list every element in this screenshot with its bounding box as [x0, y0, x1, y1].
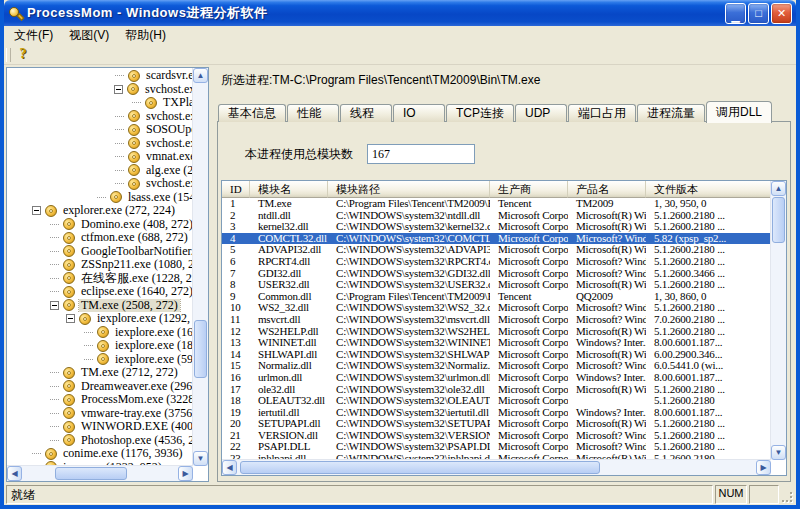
table-row[interactable]: 16urlmon.dllC:\WINDOWS\system32\urlmon.d…	[222, 372, 771, 384]
scroll-right-icon[interactable]: ▶	[178, 466, 193, 481]
scroll-down-icon[interactable]: ▼	[193, 451, 208, 466]
tree-item[interactable]: alg.exe (20	[8, 164, 193, 178]
scroll-left-icon[interactable]: ◀	[222, 460, 237, 475]
tree-item[interactable]: iexplore.exe (598	[8, 353, 193, 367]
tree-item[interactable]: iexplore.exe (1653	[8, 326, 193, 340]
tree-item[interactable]: lsass.exe (154	[8, 191, 193, 205]
scroll-left-icon[interactable]: ◀	[7, 466, 22, 481]
close-button[interactable]: ✕	[771, 3, 792, 24]
tree-item-label: alg.exe (20	[144, 164, 193, 178]
tree-item[interactable]: iexplore.exe (1292, 25	[8, 312, 193, 326]
table-row[interactable]: 7GDI32.dllC:\WINDOWS\system32\GDI32.dllM…	[222, 268, 771, 280]
tree-item[interactable]: eclipse.exe (1640, 272)	[8, 285, 193, 299]
column-header-1[interactable]: 模块名	[250, 181, 328, 198]
scroll-right-icon[interactable]: ▶	[756, 460, 771, 475]
tab-1[interactable]: 性能	[287, 104, 339, 122]
tree-item[interactable]: svchost.ex	[8, 137, 193, 151]
tree-item[interactable]: TM.exe (2712, 272)	[8, 366, 193, 380]
menu-item-1[interactable]: 视图(V)	[61, 25, 117, 46]
tab-0[interactable]: 基本信息	[218, 104, 286, 122]
tree-item[interactable]: SOSOUpdate	[8, 123, 193, 137]
tree-item[interactable]: iexplore.exe (180	[8, 339, 193, 353]
tree-item[interactable]: GoogleToolbarNotifier.	[8, 245, 193, 259]
tab-3[interactable]: IO	[393, 104, 445, 122]
menu-item-0[interactable]: 文件(F)	[6, 25, 61, 46]
collapse-icon[interactable]	[66, 314, 75, 323]
column-header-0[interactable]: ID	[222, 181, 250, 198]
tree-item[interactable]: vmware-tray.exe (3756, 27	[8, 407, 193, 421]
scroll-up-icon[interactable]: ▲	[193, 68, 208, 83]
tab-8[interactable]: 调用DLL	[706, 101, 772, 123]
tree-hscroll-thumb[interactable]	[55, 467, 127, 480]
table-row[interactable]: 15Normaliz.dllC:\WINDOWS\system32\Normal…	[222, 360, 771, 372]
tree-item[interactable]: 在线客服.exe (1228, 272)	[8, 272, 193, 286]
menu-item-2[interactable]: 帮助(H)	[117, 25, 174, 46]
collapse-icon[interactable]	[32, 206, 41, 215]
tree-vscroll-thumb[interactable]	[194, 320, 207, 378]
column-header-4[interactable]: 产品名	[568, 181, 646, 198]
table-row[interactable]: 8USER32.dllC:\WINDOWS\system32\USER32.dl…	[222, 279, 771, 291]
table-row[interactable]: 10WS2_32.dllC:\WINDOWS\system32\WS2_32.d…	[222, 302, 771, 314]
tree-item[interactable]: ctfmon.exe (688, 272)	[8, 231, 193, 245]
tree-item[interactable]: vmnat.exe (	[8, 150, 193, 164]
tree-item[interactable]: TM.exe (2508, 272)	[8, 299, 193, 313]
table-row[interactable]: 9Common.dllC:\Program Files\Tencent\TM20…	[222, 291, 771, 303]
table-row[interactable]: 6RPCRT4.dllC:\WINDOWS\system32\RPCRT4.dl…	[222, 256, 771, 268]
table-row[interactable]: 2ntdll.dllC:\WINDOWS\system32\ntdll.dllM…	[222, 210, 771, 222]
table-row[interactable]: 22PSAPI.DLLC:\WINDOWS\system32\PSAPI.DLL…	[222, 441, 771, 453]
tab-4[interactable]: TCP连接	[446, 104, 514, 122]
table-row[interactable]: 1TM.exeC:\Program Files\Tencent\TM2009\B…	[222, 198, 771, 210]
tree-item[interactable]: Domino.exe (408, 272)	[8, 218, 193, 232]
table-vscroll-thumb[interactable]	[772, 197, 785, 243]
minimize-button[interactable]: ▁	[725, 3, 746, 24]
tree-item[interactable]: svchost.ex	[8, 177, 193, 191]
column-header-3[interactable]: 生产商	[490, 181, 568, 198]
module-count-field[interactable]: 167	[367, 144, 475, 164]
tree-item[interactable]: conime.exe (1176, 3936)	[8, 447, 193, 461]
table-row[interactable]: 21VERSION.dllC:\WINDOWS\system32\VERSION…	[222, 430, 771, 442]
scroll-up-icon[interactable]: ▲	[771, 181, 786, 196]
table-row[interactable]: 3kernel32.dllC:\WINDOWS\system32\kernel3…	[222, 221, 771, 233]
process-gear-icon	[63, 434, 75, 446]
table-row[interactable]: 11msvcrt.dllC:\WINDOWS\system32\msvcrt.d…	[222, 314, 771, 326]
table-row[interactable]: 14SHLWAPI.dllC:\WINDOWS\system32\SHLWAPI…	[222, 349, 771, 361]
scroll-down-icon[interactable]: ▼	[771, 445, 786, 460]
table-row[interactable]: 19iertutil.dllC:\WINDOWS\system32\iertut…	[222, 407, 771, 419]
table-cell: 5.82 (xpsp_sp2...	[646, 233, 771, 245]
tree-item[interactable]: svchost.ex	[8, 83, 193, 97]
table-hscroll-thumb[interactable]	[240, 461, 600, 474]
tree-item[interactable]: Photoshop.exe (4536, 272)	[8, 434, 193, 448]
table-row[interactable]: 18OLEAUT32.dllC:\WINDOWS\system32\OLEAUT…	[222, 395, 771, 407]
tree-item[interactable]: WINWORD.EXE (4008, 272)	[8, 420, 193, 434]
collapse-icon[interactable]	[114, 85, 123, 94]
table-row[interactable]: 13WININET.dllC:\WINDOWS\system32\WININET…	[222, 337, 771, 349]
table-row[interactable]: 4COMCTL32.dllC:\WINDOWS\system32\COMCTL3…	[222, 233, 771, 245]
table-row[interactable]: 17ole32.dllC:\WINDOWS\system32\ole32.dll…	[222, 384, 771, 396]
resize-grip[interactable]	[781, 485, 794, 504]
help-button[interactable]: ?	[14, 46, 32, 63]
column-header-2[interactable]: 模块路径	[328, 181, 490, 198]
table-cell: C:\WINDOWS\system32\urlmon.dll	[328, 372, 490, 384]
tree-item[interactable]: svchost.ex	[8, 110, 193, 124]
table-cell: 9	[222, 291, 250, 303]
table-row[interactable]: 20SETUPAPI.dllC:\WINDOWS\system32\SETUPA…	[222, 418, 771, 430]
tree-vertical-scrollbar[interactable]: ▲ ▼	[192, 68, 208, 466]
tree-item[interactable]: explorer.exe (272, 224)	[8, 204, 193, 218]
tree-horizontal-scrollbar[interactable]: ◀ ▶	[7, 465, 193, 481]
tab-5[interactable]: UDP	[515, 104, 567, 122]
tab-2[interactable]: 线程	[340, 104, 392, 122]
table-row[interactable]: 12WS2HELP.dllC:\WINDOWS\system32\WS2HELP…	[222, 326, 771, 338]
table-vertical-scrollbar[interactable]: ▲ ▼	[770, 181, 786, 460]
tree-item[interactable]: TXPlatf	[8, 96, 193, 110]
tab-7[interactable]: 进程流量	[637, 104, 705, 122]
table-horizontal-scrollbar[interactable]: ◀ ▶	[222, 459, 771, 475]
maximize-button[interactable]: □	[748, 3, 769, 24]
tab-6[interactable]: 端口占用	[568, 104, 636, 122]
tree-item[interactable]: ProcessMom.exe (3228, 272	[8, 393, 193, 407]
collapse-icon[interactable]	[50, 301, 59, 310]
table-row[interactable]: 5ADVAPI32.dllC:\WINDOWS\system32\ADVAPI3…	[222, 244, 771, 256]
tree-item[interactable]: scardsvr.e	[8, 69, 193, 83]
tree-item[interactable]: Dreamweaver.exe (2964, 27	[8, 380, 193, 394]
tree-item[interactable]: ZSSnp211.exe (1080, 272)	[8, 258, 193, 272]
column-header-5[interactable]: 文件版本	[646, 181, 771, 198]
